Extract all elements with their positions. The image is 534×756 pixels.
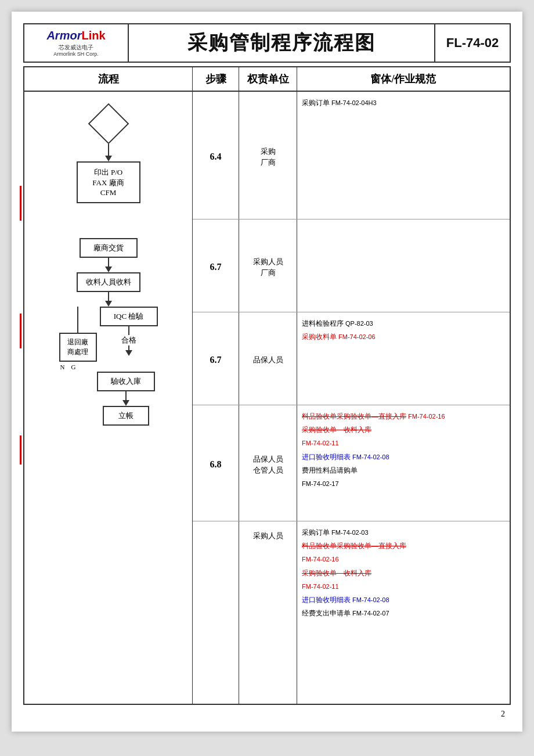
arrow-head-1: [105, 156, 112, 161]
doc-num-1: FM-74-02-04H3: [331, 99, 377, 106]
arrow-head-2: [105, 267, 112, 272]
box-vendor-delivery: 廠商交貨: [80, 238, 138, 258]
doc-num-fm17: FM-74-02-17: [302, 478, 505, 489]
iqc-area: 退回廠商處理 N G IQC 檢驗 合格: [27, 307, 189, 372]
step-ledger: [193, 521, 239, 704]
doc-item-1: 采购订单 FM-74-02-04H3: [302, 98, 505, 109]
side-mark-1: [20, 186, 21, 221]
process-column: 印出 P/OFAX 廠商CFM 廠商交貨: [24, 92, 193, 704]
arrow-line-1: [108, 144, 109, 156]
doc-num-fm16-2: FM-74-02-16: [302, 554, 505, 565]
dept-6-4: 采购厂商: [239, 92, 297, 219]
logo-chinese: 芯发威达电子: [59, 44, 93, 51]
arrow-head-5: [122, 400, 129, 406]
page: ArmorLink 芯发威达电子 Armorlink SH Corp. 采购管制…: [12, 12, 522, 732]
docs-6-7a: [297, 219, 510, 312]
document-code: FL-74-02: [434, 24, 510, 62]
dept-6-7b: 品保人员: [239, 312, 297, 405]
arrow-head-4: [125, 350, 132, 356]
arrow-line-4: [128, 326, 129, 335]
col-header-step: 步骤: [193, 67, 239, 91]
arrow-line-2: [108, 258, 109, 267]
box-iqc: IQC 檢驗: [100, 307, 158, 326]
ng-label: N G: [60, 363, 76, 372]
section-ledger: 采购人员 采购订单 FM-74-02-03 料品验收单采购验收单—直接入库 FM…: [193, 521, 510, 704]
doc-acceptance-direct: 料品验收单采购验收单—直接入库 FM-74-02-16: [302, 411, 505, 422]
section-6-8: 6.8 品保人员仓管人员 料品验收单采购验收单—直接入库 FM-74-02-16…: [193, 405, 510, 521]
dept-6-8: 品保人员仓管人员: [239, 405, 297, 521]
reject-vendor-area: 退回廠商處理 N G: [59, 307, 97, 372]
doc-iqc-process: 进料检验程序 QP-82-03: [302, 318, 505, 329]
logo-english: Armorlink SH Corp.: [53, 51, 99, 57]
logo-brand: ArmorLink: [46, 29, 105, 42]
header: ArmorLink 芯发威达电子 Armorlink SH Corp. 采购管制…: [23, 23, 511, 63]
docs-ledger: 采购订单 FM-74-02-03 料品验收单采购验收单—直接入库 FM-74-0…: [297, 521, 510, 704]
section-6-4: 6.4 采购厂商 采购订单 FM-74-02-04H3: [193, 92, 510, 219]
box-print-po: 印出 P/OFAX 廠商CFM: [77, 161, 140, 203]
main-flow-1: 廠商交貨 收料人員收料: [77, 238, 140, 307]
section-6-7b: 6.7 品保人员 进料检验程序 QP-82-03 采购收料单 FM-74-02-…: [193, 312, 510, 405]
doc-acceptance-direct-2: 料品验收单采购验收单—直接入库: [302, 541, 505, 552]
page-number: 2: [12, 705, 522, 723]
box-receive-material: 收料人員收料: [77, 272, 140, 292]
dept-ledger: 采购人员: [239, 521, 297, 704]
arrow-line-4b: [128, 345, 129, 350]
doc-purchase-order-03: 采购订单 FM-74-02-03: [302, 527, 505, 538]
doc-expense-apply: 经费支出申请单 FM-74-02-07: [302, 608, 505, 619]
table-header: 流程 步骤 权责单位 窗体/作业规范: [24, 67, 510, 92]
flow-diagram: 印出 P/OFAX 廠商CFM 廠商交貨: [27, 98, 189, 426]
arrow-line-3: [108, 292, 109, 301]
step-6-4: 6.4: [193, 92, 239, 219]
doc-expense-purchase: 费用性料品请购单: [302, 465, 505, 476]
right-columns: 6.4 采购厂商 采购订单 FM-74-02-04H3 6.7: [193, 92, 510, 704]
section-6-7a: 6.7 采购人员厂商: [193, 219, 510, 312]
col-header-docs: 窗体/作业规范: [297, 67, 510, 91]
box-ledger: 立帳: [103, 406, 149, 426]
doc-import-detail: 进口验收明细表 FM-74-02-08: [302, 452, 505, 463]
step-6-7b: 6.7: [193, 312, 239, 405]
doc-purchase-acceptance: 采购验收单 收料入库: [302, 424, 505, 435]
side-mark-2: [20, 314, 21, 348]
page-title: 采购管制程序流程图: [129, 24, 434, 62]
docs-6-8: 料品验收单采购验收单—直接入库 FM-74-02-16 采购验收单 收料入库 F…: [297, 405, 510, 521]
step-6-8: 6.8: [193, 405, 239, 521]
docs-6-4: 采购订单 FM-74-02-04H3: [297, 92, 510, 219]
docs-6-7b: 进料检验程序 QP-82-03 采购收料单 FM-74-02-06: [297, 312, 510, 405]
table-body: 印出 P/OFAX 廠商CFM 廠商交貨: [24, 92, 510, 704]
arrow-line-5: [125, 391, 127, 400]
col-header-dept: 权责单位: [239, 67, 297, 91]
logo-link: Link: [81, 29, 105, 42]
side-mark-3: [20, 435, 21, 465]
main-table: 流程 步骤 权责单位 窗体/作业规范: [23, 66, 511, 705]
label-pass: 合格: [121, 335, 136, 345]
box-acceptance-storage: 驗收入庫: [97, 372, 155, 391]
start-diamond: [88, 103, 129, 145]
doc-num-fm11: FM-74-02-11: [302, 438, 505, 449]
step-6-7a: 6.7: [193, 219, 239, 312]
logo-area: ArmorLink 芯发威达电子 Armorlink SH Corp.: [24, 24, 129, 62]
vendor-delivery-area: 廠商交貨 收料人員收料: [27, 238, 189, 307]
ng-v-line: [77, 307, 78, 333]
doc-purchase-acceptance-2: 采购验收单 收料入库: [302, 568, 505, 579]
doc-num-fm11-2: FM-74-02-11: [302, 581, 505, 592]
logo-armor: Armor: [46, 29, 81, 42]
doc-import-detail-2: 进口验收明细表 FM-74-02-08: [302, 595, 505, 606]
iqc-main: IQC 檢驗 合格: [100, 307, 158, 356]
doc-purchase-receipt: 采购收料单 FM-74-02-06: [302, 332, 505, 343]
arrow-head-3: [105, 301, 112, 307]
col-header-process: 流程: [24, 67, 193, 91]
box-reject-vendor: 退回廠商處理: [59, 333, 97, 362]
dept-6-7a: 采购人员厂商: [239, 219, 297, 312]
